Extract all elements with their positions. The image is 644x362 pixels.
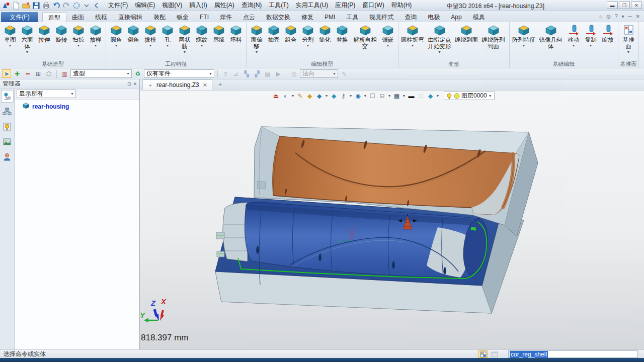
menu-7[interactable]: 实用工具(U)	[292, 0, 332, 11]
minimize-icon[interactable]: ▾	[621, 14, 624, 19]
tab-close-icon[interactable]: ✕	[203, 82, 207, 88]
assembly-tree-icon[interactable]	[1, 105, 14, 118]
direction-combo[interactable]: 法向▼	[300, 69, 338, 78]
close-button[interactable]: ✕	[631, 2, 642, 9]
ribbon-button-移动[interactable]: 移动▼	[565, 23, 582, 48]
dock-icon[interactable]: ⊡	[127, 81, 131, 86]
render-manager-icon[interactable]	[1, 135, 14, 148]
ribbon-tab-8[interactable]: 点云	[237, 12, 261, 22]
menu-6[interactable]: 工具(T)	[265, 0, 292, 11]
ribbon-tab-9[interactable]: 数据交换	[261, 12, 296, 22]
ribbon-tab-0[interactable]: 造型	[42, 12, 66, 22]
restore-button[interactable]: ❐	[619, 2, 630, 9]
collapse-ribbon-icon[interactable]	[93, 2, 101, 10]
ribbon-tab-3[interactable]: 直接编辑	[113, 12, 148, 22]
scope-filter-combo[interactable]: 仅有零件▼	[144, 69, 214, 78]
ribbon-tab-6[interactable]: FTI	[194, 12, 214, 22]
file-menu-button[interactable]: 文件(F)	[1, 12, 38, 22]
command-input[interactable]: cor_reg_shell	[508, 350, 638, 358]
ribbon-button-六面体[interactable]: 六面体▼	[19, 23, 36, 55]
new-document-tab[interactable]: +	[215, 79, 225, 90]
ribbon-button-坯料[interactable]: 坯料	[227, 23, 245, 48]
ribbon-button-圆柱折弯[interactable]: 圆柱折弯▼	[400, 23, 425, 48]
ribbon-button-解析自相交[interactable]: 解析自相交	[351, 23, 379, 55]
ribbon-button-阵列特征[interactable]: 阵列特征▼	[511, 23, 536, 48]
user-manager-icon[interactable]	[1, 150, 14, 163]
graphics-canvas[interactable]: ⏏◐▼✎◆◆▼◆⚷▼◉▼☐⊟▼▦▼▬□◆▼图层0000▼ Z X Y	[140, 90, 644, 349]
document-tab[interactable]: ＋ rear-housing.Z3 ✕	[142, 79, 212, 90]
ribbon-button-镜像几何体[interactable]: 镜像几何体	[536, 23, 565, 55]
remove-entity-icon[interactable]: ━	[23, 69, 32, 78]
part-refresh-icon[interactable]: ♻	[133, 69, 142, 78]
ribbon-tab-1[interactable]: 曲面	[66, 12, 90, 22]
ribbon-button-面偏移[interactable]: 面偏移▼	[248, 23, 265, 55]
ribbon-button-组合[interactable]: 组合	[282, 23, 299, 48]
minimize-button[interactable]: ▬	[607, 2, 618, 9]
manager-tree-icon[interactable]	[1, 90, 14, 103]
ribbon-button-复制[interactable]: 复制▼	[582, 23, 599, 48]
ribbon-button-抽壳[interactable]: 抽壳	[265, 23, 282, 48]
ribbon-button-草图[interactable]: 草图▼	[2, 23, 19, 48]
ribbon-button-缠绕阵列到面[interactable]: 缠绕阵列到面	[479, 23, 508, 55]
ribbon-tab-12[interactable]: 工具	[341, 12, 364, 22]
ribbon-tab-17[interactable]: 模具	[467, 12, 491, 22]
ribbon-tab-10[interactable]: 修复	[296, 12, 319, 22]
filter-chart-icon[interactable]: ▥	[60, 69, 69, 78]
normal-mode-icon[interactable]: ◎	[289, 69, 298, 78]
menu-5[interactable]: 查询(N)	[238, 0, 266, 11]
ribbon-button-网状筋[interactable]: 网状筋▼	[176, 23, 193, 55]
snap-3-icon[interactable]: ▤	[263, 69, 272, 78]
open-file-icon[interactable]	[22, 2, 30, 10]
filter-mode-combo[interactable]: 造型▼	[70, 69, 132, 78]
ribbon-button-拔模[interactable]: 拔模▼	[142, 23, 159, 48]
align-1-icon[interactable]: ≡	[221, 69, 230, 78]
ribbon-tab-11[interactable]: PMI	[319, 12, 341, 22]
zoom-window-icon[interactable]: ⊞	[34, 69, 43, 78]
close-icon[interactable]: ✕	[636, 14, 640, 19]
snap-4-icon[interactable]: ▶	[274, 69, 283, 78]
ribbon-button-基准面[interactable]: 基准面▼	[620, 23, 637, 55]
ribbon-button-镶嵌[interactable]: 镶嵌▼	[379, 23, 396, 48]
ribbon-button-螺纹[interactable]: 螺纹▼	[193, 23, 210, 48]
pick-filter-icon[interactable]: ➤	[2, 69, 11, 78]
pin-icon[interactable]: ⌂	[599, 14, 602, 19]
snap-2-icon[interactable]: ▞	[253, 69, 262, 78]
ribbon-button-分割[interactable]: 分割▼	[299, 23, 316, 48]
app-logo-icon[interactable]	[2, 2, 10, 10]
ribbon-tab-2[interactable]: 线框	[90, 12, 113, 22]
float-icon[interactable]: ─	[628, 14, 632, 19]
menu-8[interactable]: 应用(P)	[332, 0, 359, 11]
ribbon-button-拉伸[interactable]: 拉伸	[36, 23, 53, 48]
undo-icon[interactable]	[52, 2, 60, 10]
align-2-icon[interactable]: ⊿	[231, 69, 240, 78]
new-file-icon[interactable]	[12, 2, 20, 10]
grid-snap-icon[interactable]	[478, 350, 488, 358]
ribbon-button-唇缘[interactable]: 唇缘	[210, 23, 227, 48]
menu-4[interactable]: 属性(A)	[211, 0, 238, 11]
print-icon[interactable]	[42, 2, 50, 10]
help-icon[interactable]: ?	[615, 14, 618, 19]
ribbon-button-倒角[interactable]: 倒角	[125, 23, 142, 48]
menu-10[interactable]: 帮助(H)	[388, 0, 416, 11]
command-window-icon[interactable]	[490, 350, 499, 358]
ribbon-button-由指定点开始变形[interactable]: 由指定点开始变形▼	[425, 23, 454, 55]
menu-1[interactable]: 编辑(E)	[131, 0, 158, 11]
menu-0[interactable]: 文件(F)	[105, 0, 131, 11]
ribbon-button-扫掠[interactable]: 扫掠▼	[70, 23, 87, 48]
add-entity-icon[interactable]: ✚	[13, 69, 22, 78]
tree-item-rear-housing[interactable]: rear-housing	[15, 100, 139, 112]
ribbon-button-替换[interactable]: 替换	[334, 23, 351, 48]
menu-9[interactable]: 窗口(W)	[359, 0, 387, 11]
style-icon[interactable]: ◎	[606, 14, 611, 19]
snap-1-icon[interactable]: ▚	[242, 69, 251, 78]
ribbon-tab-16[interactable]: App	[445, 12, 467, 22]
close-panel-icon[interactable]: ✕	[133, 81, 137, 86]
ribbon-tab-14[interactable]: 查询	[399, 12, 422, 22]
ribbon-button-孔[interactable]: 孔▼	[159, 23, 176, 48]
tree-filter-combo[interactable]: 显示所有▼	[17, 89, 76, 98]
ribbon-button-圆角[interactable]: 圆角▼	[108, 23, 125, 48]
ribbon-tab-15[interactable]: 电极	[422, 12, 445, 22]
save-icon[interactable]	[32, 2, 40, 10]
redo-icon[interactable]	[62, 2, 70, 10]
selection-filter-icon[interactable]	[72, 2, 80, 10]
